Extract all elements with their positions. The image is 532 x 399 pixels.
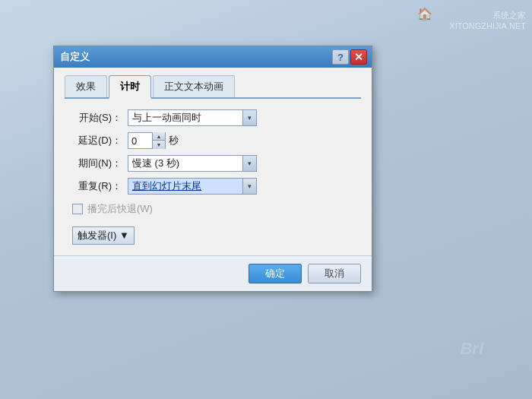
- tab-effects[interactable]: 效果: [65, 75, 107, 97]
- spinner-buttons: ▲ ▼: [152, 132, 165, 149]
- spinner-up[interactable]: ▲: [153, 132, 165, 141]
- title-bar-buttons: ? ✕: [332, 49, 367, 65]
- period-row: 期间(N)： 慢速 (3 秒) ▾: [65, 155, 361, 172]
- ok-button[interactable]: 确定: [249, 264, 302, 283]
- cancel-button[interactable]: 取消: [308, 264, 361, 283]
- trigger-button-label: 触发器(I) ▼: [73, 229, 134, 242]
- title-bar: 自定义 ? ✕: [54, 46, 372, 68]
- spinner-down[interactable]: ▼: [153, 141, 165, 149]
- period-dropdown-arrow[interactable]: ▾: [242, 156, 256, 171]
- delay-spinner[interactable]: 0 ▲ ▼: [128, 132, 166, 149]
- repeat-row: 重复(R)： 直到幻灯片末尾 ▾: [65, 178, 361, 195]
- watermark-icon: 🏠: [417, 7, 445, 34]
- delay-row: 延迟(D)： 0 ▲ ▼ 秒: [65, 132, 361, 149]
- start-label: 开始(S)：: [65, 111, 122, 125]
- help-button[interactable]: ?: [332, 49, 349, 65]
- repeat-dropdown-value: 直到幻灯片末尾: [128, 179, 242, 193]
- checkbox-label: 播完后快退(W): [87, 202, 153, 216]
- bri-watermark-text: BrI: [460, 339, 483, 359]
- period-label: 期间(N)：: [65, 157, 122, 170]
- start-dropdown-value: 与上一动画同时: [128, 111, 242, 125]
- close-button[interactable]: ✕: [350, 49, 367, 65]
- delay-unit: 秒: [169, 134, 179, 147]
- tab-bar: 效果 计时 正文文本动画: [65, 75, 361, 99]
- start-dropdown[interactable]: 与上一动画同时 ▾: [128, 109, 257, 126]
- form-rows: 开始(S)： 与上一动画同时 ▾ 延迟(D)： 0 ▲ ▼: [65, 109, 361, 245]
- tab-timing[interactable]: 计时: [109, 75, 151, 99]
- start-row: 开始(S)： 与上一动画同时 ▾: [65, 109, 361, 126]
- repeat-dropdown-arrow[interactable]: ▾: [242, 179, 256, 194]
- dialog-footer: 确定 取消: [54, 255, 372, 291]
- repeat-label: 重复(R)：: [65, 179, 122, 193]
- trigger-row: 触发器(I) ▼: [72, 226, 361, 245]
- dialog-content: 效果 计时 正文文本动画 开始(S)： 与上一动画同时 ▾ 延迟(D)：: [54, 68, 372, 255]
- period-dropdown-value: 慢速 (3 秒): [128, 157, 242, 170]
- watermark: 🏠 系统之家 XITONGZHIJIA.NET: [410, 0, 532, 38]
- rewind-checkbox[interactable]: [72, 204, 83, 214]
- delay-spinner-group: 0 ▲ ▼ 秒: [128, 132, 179, 149]
- dialog-title: 自定义: [59, 50, 90, 64]
- period-dropdown[interactable]: 慢速 (3 秒) ▾: [128, 155, 257, 172]
- tab-animation[interactable]: 正文文本动画: [153, 75, 235, 97]
- repeat-dropdown[interactable]: 直到幻灯片末尾 ▾: [128, 178, 257, 195]
- trigger-button[interactable]: 触发器(I) ▼: [72, 226, 135, 245]
- delay-label: 延迟(D)：: [65, 134, 122, 147]
- start-dropdown-arrow[interactable]: ▾: [242, 110, 256, 125]
- checkbox-row: 播完后快退(W): [72, 202, 361, 216]
- dialog-customize: 自定义 ? ✕ 效果 计时 正文文本动画 开始(S)： 与上一动画同: [53, 46, 372, 292]
- watermark-text: 系统之家 XITONGZHIJIA.NET: [449, 10, 526, 32]
- delay-value: 0: [128, 135, 152, 147]
